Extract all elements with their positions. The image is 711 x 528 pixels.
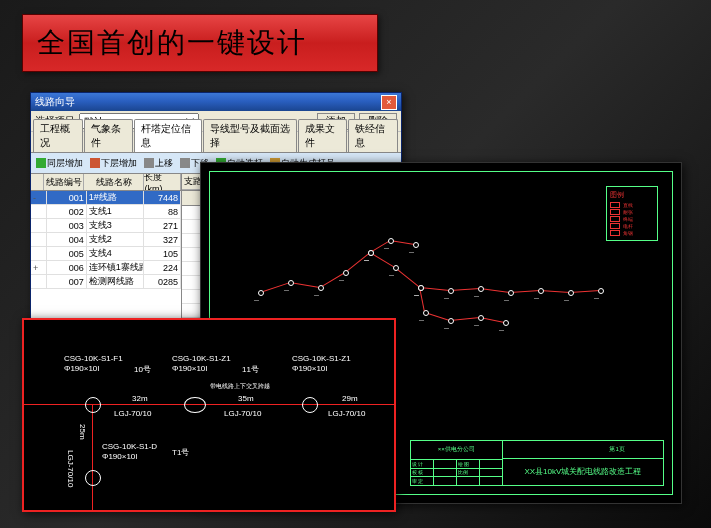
node-11	[184, 397, 206, 413]
node-10	[85, 397, 101, 413]
route-row[interactable]: 002支线188	[31, 205, 181, 219]
det-main-line	[24, 404, 394, 405]
tab-wire[interactable]: 导线型号及截面选择	[203, 119, 297, 152]
tab-tower-pos[interactable]: 杆塔定位信息	[134, 119, 201, 152]
t1-spec-top: CSG-10K-S1-D	[102, 442, 157, 451]
route-grid[interactable]: 线路编号 线路名称 长度(km) -0011#线路7448002支线188003…	[31, 174, 182, 334]
tab-strip: 工程概况 气象条件 杆塔定位信息 导线型号及截面选择 成果文件 铁经信息	[31, 132, 401, 153]
det-branch-line	[92, 404, 93, 510]
tab-iron[interactable]: 铁经信息	[348, 119, 398, 152]
plus-icon	[36, 158, 46, 168]
dist-1: 32m	[132, 394, 148, 403]
tab-weather[interactable]: 气象条件	[84, 119, 134, 152]
titlebar: 线路向导 ×	[31, 93, 401, 111]
n2-spec-top: CSG-10K-S1-Z1	[172, 354, 231, 363]
plus-down-icon	[90, 158, 100, 168]
window-title: 线路向导	[35, 95, 75, 109]
legend-box: 图例 直线耐张终端电杆角钢	[606, 186, 658, 241]
route-row[interactable]: 004支线2327	[31, 233, 181, 247]
wire-v: LGJ-70/10	[66, 450, 75, 487]
legend-item: 直线	[610, 202, 654, 208]
n3-spec-bot: Φ190×10I	[292, 364, 328, 373]
dist-v: 25m	[78, 424, 87, 440]
t1-id: T1号	[172, 447, 189, 458]
title-block: ××供电分公司 设 计校 核审 定 绘 图比例 第1页 XX县10kV城关配电线…	[410, 440, 664, 486]
wire-2: LGJ-70/10	[224, 409, 261, 418]
n3-spec-top: CSG-10K-S1-Z1	[292, 354, 351, 363]
legend-item: 角钢	[610, 230, 654, 236]
n2-spec-bot: Φ190×10I	[172, 364, 208, 373]
sheet-number: 第1页	[609, 445, 624, 454]
legend-item: 电杆	[610, 223, 654, 229]
route-grid-header: 线路编号 线路名称 长度(km)	[31, 174, 181, 191]
tab-overview[interactable]: 工程概况	[33, 119, 83, 152]
detail-zoom-panel: CSG-10K-S1-F1 Φ190×10I 10号 CSG-10K-S1-Z1…	[22, 318, 396, 512]
n1-id: 10号	[134, 364, 151, 375]
route-row[interactable]: 003支线3271	[31, 219, 181, 233]
wire-3: LGJ-70/10	[328, 409, 365, 418]
route-row[interactable]: -0011#线路7448	[31, 191, 181, 205]
n1-spec-top: CSG-10K-S1-F1	[64, 354, 123, 363]
same-level-add-button[interactable]: 同层增加	[33, 156, 86, 171]
drawing-title: XX县10kV城关配电线路改造工程	[503, 459, 663, 485]
n1-spec-bot: Φ190×10I	[64, 364, 100, 373]
company-name: ××供电分公司	[411, 441, 502, 460]
arrow-down-icon	[180, 158, 190, 168]
wire-1: LGJ-70/10	[114, 409, 151, 418]
legend-item: 耐张	[610, 209, 654, 215]
below-level-add-button[interactable]: 下层增加	[87, 156, 140, 171]
close-icon[interactable]: ×	[381, 95, 397, 110]
legend-title: 图例	[610, 190, 654, 200]
tab-output[interactable]: 成果文件	[298, 119, 348, 152]
n2-id: 11号	[242, 364, 259, 375]
node-t1	[85, 470, 101, 486]
arrow-up-icon	[144, 158, 154, 168]
n2-note: 带电线路上下交叉跨越	[210, 382, 270, 391]
node-12	[302, 397, 318, 413]
route-row[interactable]: 005支线4105	[31, 247, 181, 261]
route-row[interactable]: +006连环镇1寨线路224	[31, 261, 181, 275]
t1-spec-bot: Φ190×10I	[102, 452, 138, 461]
route-row[interactable]: 007检测网线路0285	[31, 275, 181, 289]
move-up-button[interactable]: 上移	[141, 156, 176, 171]
dist-3: 29m	[342, 394, 358, 403]
dist-2: 35m	[238, 394, 254, 403]
main-banner: 全国首创的一键设计	[22, 14, 378, 72]
legend-item: 终端	[610, 216, 654, 222]
